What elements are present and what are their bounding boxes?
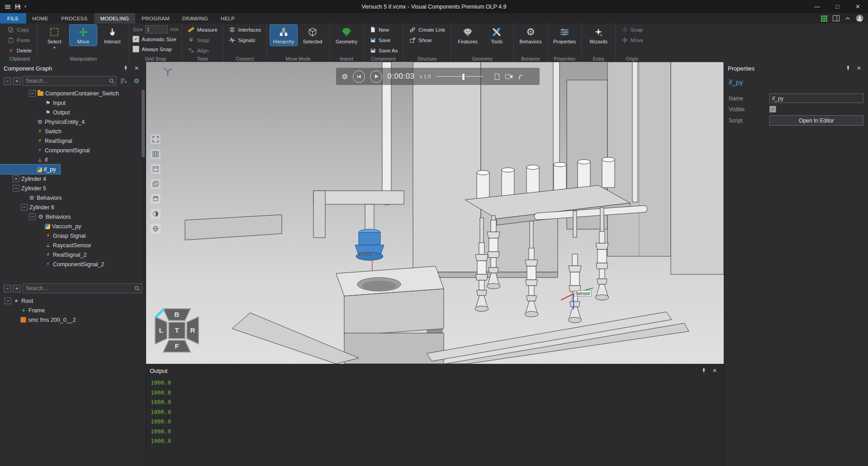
skip-to-start-button[interactable]: [353, 71, 365, 83]
tree-item-componentsignal[interactable]: ⚡ComponentSignal: [0, 146, 94, 155]
collapse-icon[interactable]: −: [13, 185, 19, 192]
grid-view-icon[interactable]: [821, 15, 827, 22]
collapse-icon[interactable]: −: [29, 90, 36, 97]
3d-viewport[interactable]: ⚙ 0:00:03 x 1.0: [146, 62, 724, 364]
create-link-button[interactable]: Create Link: [407, 25, 447, 34]
render-mode-icon[interactable]: [151, 194, 161, 204]
play-button[interactable]: [370, 71, 382, 83]
collapse-all-icon-2[interactable]: −: [4, 285, 11, 292]
close-panel-icon[interactable]: ✕: [854, 63, 864, 73]
collapse-icon[interactable]: −: [21, 204, 28, 211]
origin-move-button[interactable]: Move: [619, 35, 645, 45]
signals-button[interactable]: Signals: [227, 35, 264, 45]
maximize-button[interactable]: □: [827, 0, 848, 13]
close-panel-icon[interactable]: ✕: [709, 366, 720, 376]
tree-item-componentsignal-2[interactable]: ⚡ComponentSignal_2: [0, 259, 109, 269]
frames-toggle-icon[interactable]: [151, 164, 161, 174]
close-button[interactable]: ✕: [848, 0, 868, 13]
select-dropdown-icon[interactable]: ▼: [53, 46, 56, 50]
tree-item-frame[interactable]: +Frame: [0, 306, 49, 315]
export-pdf-icon[interactable]: [494, 73, 500, 80]
show-button[interactable]: Show: [407, 35, 447, 45]
minimize-button[interactable]: —: [807, 0, 827, 13]
tab-help[interactable]: HELP: [214, 13, 241, 24]
snap-button[interactable]: Snap: [185, 35, 220, 45]
save-component-button[interactable]: Save: [367, 35, 400, 45]
expand-all-icon[interactable]: +: [13, 77, 21, 85]
name-input[interactable]: [769, 94, 863, 103]
features-button[interactable]: Features: [454, 25, 481, 46]
tree-item-raycastsensor[interactable]: ⊥RaycastSensor: [0, 240, 96, 250]
tab-file[interactable]: FILE: [0, 13, 26, 24]
layers-icon[interactable]: [151, 179, 161, 189]
material-icon[interactable]: [151, 209, 161, 219]
tab-process[interactable]: PROCESS: [55, 13, 94, 24]
collapse-icon[interactable]: −: [5, 297, 11, 304]
tab-drawing[interactable]: DRAWING: [176, 13, 214, 24]
tree-item-root[interactable]: −◆Root: [0, 296, 38, 306]
scrollbar-thumb[interactable]: [142, 89, 145, 157]
visible-checkbox[interactable]: ✓: [769, 106, 776, 113]
always-snap-checkbox[interactable]: [133, 46, 139, 52]
3d-scene[interactable]: [146, 62, 724, 364]
tree-item-behaviors[interactable]: −⚙Behaviors: [0, 212, 76, 221]
tree-item-if[interactable]: ⊥if: [0, 155, 52, 165]
align-button[interactable]: Align: [185, 46, 220, 55]
tab-home[interactable]: HOME: [26, 13, 55, 24]
wizards-button[interactable]: Wizards: [585, 25, 612, 46]
layout-panes-icon[interactable]: [833, 15, 840, 21]
tree-item-behaviors[interactable]: ⚙Behaviors: [0, 193, 66, 202]
view-cube[interactable]: B L T R F: [152, 305, 202, 356]
record-video-icon[interactable]: [505, 74, 513, 80]
tree-item-vaccum-py[interactable]: Vaccum_py: [0, 221, 85, 231]
import-geometry-button[interactable]: Geometry: [333, 25, 360, 46]
delete-button[interactable]: ✕ Delete: [5, 46, 34, 55]
automatic-size-checkbox[interactable]: ✓: [133, 36, 139, 42]
quick-save-icon[interactable]: [14, 4, 21, 10]
speed-slider[interactable]: [436, 76, 483, 77]
tree-item-zylinder-5[interactable]: −Zylinder 5: [0, 184, 51, 193]
hierarchy-button[interactable]: Hierarchy: [270, 25, 297, 46]
measure-button[interactable]: Measure: [185, 25, 220, 34]
tree-item-smc-fms-200-0-2[interactable]: smc fms 200_0__2: [0, 315, 81, 325]
signals-monitor-icon[interactable]: [518, 73, 525, 80]
properties-button[interactable]: Properties: [551, 25, 578, 46]
behaviors-button[interactable]: ⚙ Behaviors: [517, 25, 544, 46]
open-in-editor-button[interactable]: Open In Editor: [769, 115, 863, 126]
sort-filter-icon[interactable]: [119, 76, 129, 86]
grid-toggle-icon[interactable]: [151, 149, 161, 159]
tree-item-output[interactable]: ⚑Output: [0, 108, 75, 117]
pin-icon[interactable]: [698, 366, 709, 376]
tree-item-if-py[interactable]: if_py: [0, 165, 60, 174]
save-as-button[interactable]: Save As: [367, 46, 400, 55]
fit-view-icon[interactable]: [151, 134, 161, 144]
component-search-input[interactable]: [25, 77, 107, 85]
close-panel-icon[interactable]: ✕: [131, 63, 142, 73]
expand-all-icon-2[interactable]: +: [13, 285, 21, 292]
geometry-tools-button[interactable]: Tools: [483, 25, 510, 46]
tree-scrollbar[interactable]: [141, 88, 145, 281]
collapse-all-icon[interactable]: −: [4, 77, 11, 85]
collapse-ribbon-icon[interactable]: [845, 16, 850, 21]
collapse-icon[interactable]: −: [29, 213, 36, 220]
tree-item-zylinder-4[interactable]: +Zylinder 4: [0, 174, 51, 184]
quick-access-dropdown-icon[interactable]: ▾: [24, 5, 26, 9]
pin-icon[interactable]: [120, 63, 131, 73]
simulation-settings-icon[interactable]: ⚙: [342, 72, 348, 81]
origin-snap-button[interactable]: Snap: [619, 25, 645, 34]
tree-item-switch[interactable]: ⚡Switch: [0, 127, 66, 136]
grid-size-input[interactable]: [145, 25, 168, 33]
tree-settings-gear-icon[interactable]: ⚙: [131, 76, 142, 86]
slider-handle[interactable]: [462, 73, 465, 80]
tree-item-physicsentity-4[interactable]: ⚙PhysicsEntity_4: [0, 117, 89, 127]
select-button[interactable]: Select ▼: [41, 25, 68, 51]
selected-button[interactable]: Selected: [299, 25, 326, 46]
tree-item-componentcontainer-switch[interactable]: −ComponentContainer_Switch: [0, 89, 123, 98]
tab-modeling[interactable]: MODELING: [94, 13, 136, 24]
tree-item-realsignal-2[interactable]: ⚡RealSignal_2: [0, 250, 91, 259]
pin-icon[interactable]: [843, 63, 854, 73]
interact-button[interactable]: Interact: [99, 25, 126, 46]
node-search-input[interactable]: [25, 285, 133, 292]
tab-program[interactable]: PROGRAM: [135, 13, 176, 24]
tree-item-realsignal[interactable]: ⚡RealSignal: [0, 136, 76, 146]
